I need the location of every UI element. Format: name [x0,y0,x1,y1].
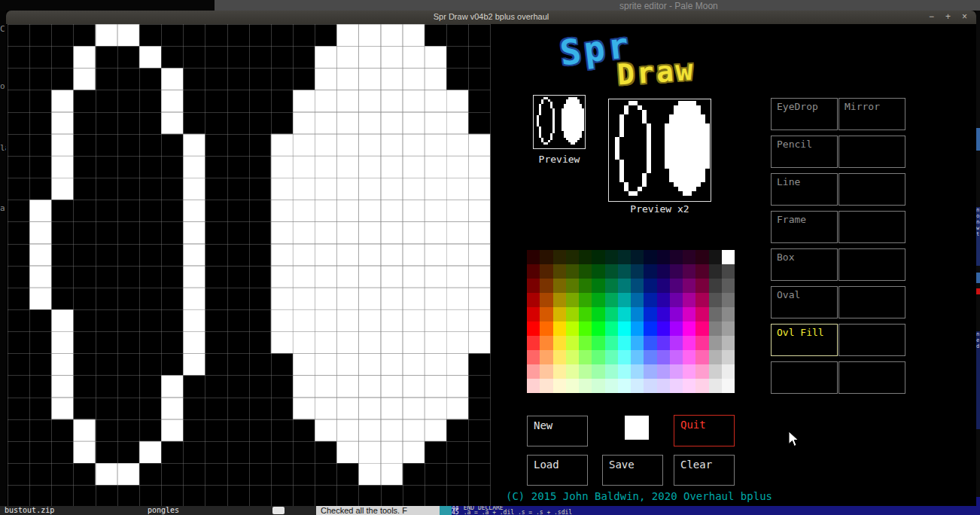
palette-color-0-12[interactable] [683,250,695,264]
palette-color-5-0[interactable] [527,321,540,336]
palette-color-1-5[interactable] [592,264,604,279]
palette-color-5-1[interactable] [540,321,552,336]
palette-color-6-15[interactable] [722,336,735,350]
palette-color-3-11[interactable] [670,293,683,307]
tool-frame[interactable]: Frame [771,211,838,243]
palette-color-9-9[interactable] [644,379,656,393]
tool-pencil[interactable]: Pencil [771,136,838,168]
palette-color-0-3[interactable] [566,250,579,264]
tool-empty-slot[interactable] [838,286,905,318]
palette-color-4-15[interactable] [722,307,735,321]
palette-color-8-2[interactable] [553,364,566,379]
palette-color-3-6[interactable] [605,293,618,307]
palette-color-6-10[interactable] [657,336,670,350]
tool-empty-slot[interactable] [838,173,905,206]
tool-empty-slot[interactable] [838,324,905,356]
palette-color-2-14[interactable] [709,279,722,293]
palette-color-4-0[interactable] [527,307,540,321]
minimize-button[interactable]: − [929,11,934,22]
taskbar-item[interactable]: pongles [148,506,179,514]
palette-color-0-15[interactable] [722,250,735,264]
palette-color-2-3[interactable] [566,279,579,293]
tool-mirror[interactable]: Mirror [838,98,905,130]
palette-color-0-4[interactable] [579,250,592,264]
palette-color-3-13[interactable] [695,293,708,307]
palette-color-9-5[interactable] [592,379,604,393]
palette-color-9-7[interactable] [618,379,631,393]
tool-empty-slot[interactable] [838,136,905,168]
palette-color-2-7[interactable] [618,279,631,293]
palette-color-8-6[interactable] [605,364,618,379]
palette-color-2-4[interactable] [579,279,592,293]
close-button[interactable]: × [962,11,967,22]
palette-color-3-12[interactable] [683,293,695,307]
palette-color-8-14[interactable] [709,364,722,379]
palette-color-7-7[interactable] [618,350,631,364]
palette-color-4-3[interactable] [566,307,579,321]
tool-box[interactable]: Box [771,248,838,281]
palette-color-1-1[interactable] [540,264,552,279]
palette-color-5-2[interactable] [553,321,566,336]
palette-color-3-4[interactable] [579,293,592,307]
palette-color-2-8[interactable] [631,279,644,293]
palette-color-0-6[interactable] [605,250,618,264]
clear-button[interactable]: Clear [674,455,735,486]
palette-color-5-4[interactable] [579,321,592,336]
palette-color-2-15[interactable] [722,279,735,293]
taskbar-item[interactable]: bustout.zip [5,506,54,514]
palette-color-1-10[interactable] [657,264,670,279]
palette-color-6-13[interactable] [695,336,708,350]
palette-color-8-1[interactable] [540,364,552,379]
palette-color-8-4[interactable] [579,364,592,379]
palette-color-1-11[interactable] [670,264,683,279]
palette-color-0-2[interactable] [553,250,566,264]
palette-color-3-1[interactable] [540,293,552,307]
tool-empty-slot[interactable] [771,361,838,394]
palette-color-1-2[interactable] [553,264,566,279]
palette-color-0-5[interactable] [592,250,604,264]
palette-color-2-11[interactable] [670,279,683,293]
palette-color-3-9[interactable] [644,293,656,307]
palette-color-7-6[interactable] [605,350,618,364]
palette-color-4-4[interactable] [579,307,592,321]
palette-color-6-3[interactable] [566,336,579,350]
palette-color-7-13[interactable] [695,350,708,364]
palette-color-8-10[interactable] [657,364,670,379]
palette-color-4-14[interactable] [709,307,722,321]
load-button[interactable]: Load [527,455,588,486]
palette-color-9-10[interactable] [657,379,670,393]
palette-color-9-14[interactable] [709,379,722,393]
palette-color-1-15[interactable] [722,264,735,279]
palette-color-0-1[interactable] [540,250,552,264]
palette-color-7-11[interactable] [670,350,683,364]
palette-color-1-4[interactable] [579,264,592,279]
palette-color-3-3[interactable] [566,293,579,307]
palette-color-6-6[interactable] [605,336,618,350]
palette-color-7-15[interactable] [722,350,735,364]
taskbar-icon[interactable] [272,507,285,514]
palette-color-7-5[interactable] [592,350,604,364]
palette-color-6-5[interactable] [592,336,604,350]
quit-button[interactable]: Quit [674,415,735,446]
palette-color-8-5[interactable] [592,364,604,379]
titlebar[interactable]: Spr Draw v04b2 bplus overhaul − + × [6,11,976,24]
tool-empty-slot[interactable] [838,361,905,394]
palette-color-2-1[interactable] [540,279,552,293]
palette-color-9-6[interactable] [605,379,618,393]
palette-color-9-13[interactable] [695,379,708,393]
palette-color-5-9[interactable] [644,321,656,336]
palette-color-5-11[interactable] [670,321,683,336]
palette-color-9-0[interactable] [527,379,540,393]
palette-color-7-0[interactable] [527,350,540,364]
palette-color-4-5[interactable] [592,307,604,321]
tool-ovl-fill[interactable]: Ovl Fill [771,324,838,356]
palette-color-7-12[interactable] [683,350,695,364]
palette-color-5-6[interactable] [605,321,618,336]
palette-color-1-13[interactable] [695,264,708,279]
palette-color-3-15[interactable] [722,293,735,307]
palette-color-1-7[interactable] [618,264,631,279]
palette-color-8-3[interactable] [566,364,579,379]
palette-color-7-4[interactable] [579,350,592,364]
palette-color-6-14[interactable] [709,336,722,350]
palette-color-1-9[interactable] [644,264,656,279]
